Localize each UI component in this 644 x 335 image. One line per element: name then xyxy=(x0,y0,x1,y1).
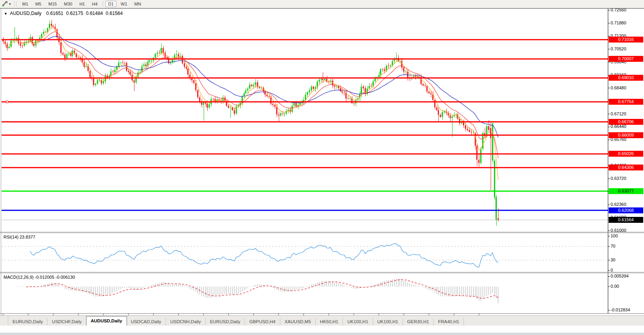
macd-axis-tick: -0.012834 xyxy=(611,307,630,312)
timeframe-h1-button[interactable]: H1 xyxy=(77,1,88,7)
chart-tab-bar: EURUSD,DailyUSDCHF,DailyAUDUSD,DailyUSDC… xyxy=(0,315,644,326)
rsi-axis-tick: 0 xyxy=(611,268,613,272)
price-axis-tick: 0.62360 xyxy=(611,202,626,207)
rsi-line xyxy=(30,244,499,267)
tab-eurusd-daily-0[interactable]: EURUSD,Daily xyxy=(8,318,48,326)
tab-xauusd-m5-7[interactable]: XAUUSD,M5 xyxy=(280,318,316,326)
macd-histogram xyxy=(15,279,499,304)
chart-title: ▼AUDUSD,Daily0.616510.621750.614840.6156… xyxy=(4,11,123,16)
price-label-0.67754: 0.67754 xyxy=(609,99,643,105)
tab-uk100-h1-9[interactable]: UK100,H1 xyxy=(343,318,373,326)
ohlc-open: 0.61651 xyxy=(46,11,63,16)
price-label-0.71016: 0.71016 xyxy=(609,37,643,43)
macd-value: -0.012005 xyxy=(35,275,54,279)
ma-mid-line xyxy=(18,32,498,159)
collapse-arrow-icon[interactable]: ▼ xyxy=(4,12,7,16)
price-label-0.66706: 0.66706 xyxy=(609,119,643,125)
price-axis-tick: 0.72560 xyxy=(611,7,626,12)
rsi-label: RSI(14) 23.8377 xyxy=(4,235,35,239)
bottom-strip xyxy=(0,333,644,335)
ohlc-close: 0.61564 xyxy=(106,11,123,16)
tab-usdcad-daily-3[interactable]: USDCAD,Daily xyxy=(127,318,166,326)
price-label-0.70007: 0.70007 xyxy=(609,56,643,62)
price-axis-tick: 0.68480 xyxy=(611,85,626,90)
tabbar-spacer xyxy=(0,316,8,326)
macd-signal-line xyxy=(26,279,499,298)
tab-fra40-h1-12[interactable]: FRA40,H1 xyxy=(434,318,464,326)
timeframe-m1-button[interactable]: M1 xyxy=(20,1,31,7)
price-axis-tick: 0.61000 xyxy=(611,228,626,233)
price-axis-tick: 0.70520 xyxy=(611,46,626,51)
timeframe-h4-button[interactable]: H4 xyxy=(89,1,100,7)
tab-uk100-h1-10[interactable]: UK100,H1 xyxy=(373,318,403,326)
timeframe-mn-button[interactable]: MN xyxy=(132,1,144,7)
timeframe-w1-button[interactable]: W1 xyxy=(118,1,130,7)
tab-gbpusd-h4-6[interactable]: GBPUSD,H4 xyxy=(245,318,280,326)
macd-signal-value: -0.006130 xyxy=(55,275,75,279)
rsi-name: RSI(14) xyxy=(4,235,18,239)
chart-plot[interactable] xyxy=(0,8,644,333)
toolbar-separator xyxy=(103,1,103,7)
price-label-0.66009: 0.66009 xyxy=(609,132,643,138)
macd-axis-tick: 0.00 xyxy=(611,284,619,289)
ma-fast-line xyxy=(9,28,499,180)
hline-handle[interactable] xyxy=(6,101,8,103)
timeframe-d1-button[interactable]: D1 xyxy=(105,1,116,7)
timeframe-buttons: M1M5M15M30H1H4D1W1MN xyxy=(19,1,145,7)
chart-window: ▼AUDUSD,Daily0.616510.621750.614840.6156… xyxy=(0,8,644,333)
timeframe-m15-button[interactable]: M15 xyxy=(46,1,59,7)
macd-axis-tick: 0.005394 xyxy=(611,274,629,278)
macd-label: MACD(12,26,9) -0.012005 -0.006130 xyxy=(4,275,75,279)
price-label-0.64306: 0.64306 xyxy=(609,165,643,170)
tab-eurusd-daily-5[interactable]: EURUSD,Daily xyxy=(206,318,245,326)
price-label-0.63077: 0.63077 xyxy=(609,188,643,194)
symbol-name: AUDUSD,Daily xyxy=(10,11,42,16)
chevron-down-icon[interactable]: ▾ xyxy=(9,2,11,6)
tab-usdchf-daily-1[interactable]: USDCHF,Daily xyxy=(48,318,86,326)
tab-hk50-h1-8[interactable]: HK50,H1 xyxy=(316,318,343,326)
price-axis-tick: 0.63720 xyxy=(611,176,626,181)
rsi-axis-tick: 100 xyxy=(611,233,618,238)
rsi-axis-tick: 30 xyxy=(611,257,615,262)
ohlc-low: 0.61484 xyxy=(86,11,103,16)
price-axis-tick: 0.66440 xyxy=(611,124,626,129)
toolbar-grip xyxy=(14,1,17,6)
candles xyxy=(3,20,499,226)
price-label-0.61564: 0.61564 xyxy=(609,217,643,223)
chart-periods-icon[interactable] xyxy=(1,1,8,7)
price-label-0.69010: 0.69010 xyxy=(609,75,643,81)
timeframe-m30-button[interactable]: M30 xyxy=(61,1,75,7)
price-axis-tick: 0.71880 xyxy=(611,20,626,25)
ohlc-high: 0.62175 xyxy=(66,11,83,16)
rsi-axis-tick: 70 xyxy=(611,244,615,248)
tab-usdcnh-daily-4[interactable]: USDCNH,Daily xyxy=(166,318,206,326)
price-label-0.62068: 0.62068 xyxy=(609,207,643,213)
price-axis-tick: 0.67120 xyxy=(611,111,626,116)
price-label-0.65026: 0.65026 xyxy=(609,151,643,157)
tab-ger30-h1-11[interactable]: GER30,H1 xyxy=(403,318,434,326)
timeframe-m5-button[interactable]: M5 xyxy=(33,1,44,7)
rsi-value: 23.8377 xyxy=(20,235,35,239)
timeframe-toolbar: ▾ M1M5M15M30H1H4D1W1MN xyxy=(0,0,644,8)
macd-name: MACD(12,26,9) xyxy=(4,275,33,279)
tab-audusd-daily-2[interactable]: AUDUSD,Daily xyxy=(86,316,127,326)
